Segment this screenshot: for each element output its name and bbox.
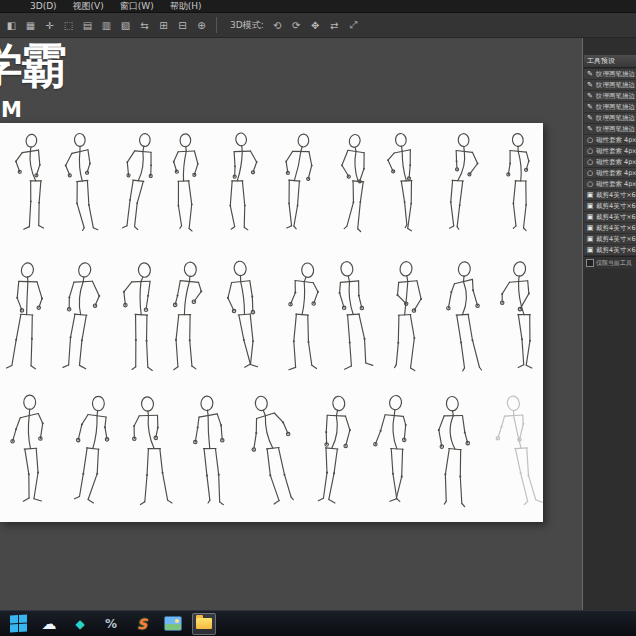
tool-preset-label: 纹理画笔描边 4 (596, 103, 636, 112)
tool-preset-item-brush[interactable]: ✎纹理画笔描边 5 (584, 113, 636, 123)
tool-preset-label: 裁剪4英寸×6英寸 (596, 224, 636, 233)
tool-preset-item-brush[interactable]: ✎纹理画笔描边 1 (584, 69, 636, 79)
tool-preset-label: 裁剪4英寸×6英寸 (596, 246, 636, 255)
workspace: 工具预设 ✎纹理画笔描边 1✎纹理画笔描边 2✎纹理画笔描边 3✎纹理画笔描边 … (0, 38, 636, 610)
lasso-icon: ○ (586, 147, 594, 155)
watermark-text-2: M (1, 98, 22, 122)
brush-icon: ✎ (586, 81, 594, 89)
photos-app-icon[interactable] (161, 613, 185, 635)
tool-presets-title[interactable]: 工具预设 (584, 55, 636, 68)
brush-icon: ✎ (586, 103, 594, 111)
tool-presets-panel: 工具预设 ✎纹理画笔描边 1✎纹理画笔描边 2✎纹理画笔描边 3✎纹理画笔描边 … (584, 55, 636, 269)
tool-preset-item-crop[interactable]: ▣裁剪4英寸×6英寸 (584, 201, 636, 211)
3d-mode-icon[interactable]: ⤢ (346, 18, 361, 33)
crop-icon: ▣ (586, 191, 594, 199)
s-letter-icon: S (137, 616, 147, 632)
tool-preset-label: 磁性套索 4px (596, 158, 636, 167)
toolbar-left-icons: ◧▦✛⬚▤▥▧⇆⊞⊟⊕ (4, 18, 209, 33)
tool-preset-label: 磁性套索 4px (596, 136, 636, 145)
tool-preset-label: 纹理画笔描边 2 (596, 81, 636, 90)
tool-preset-item-lasso[interactable]: ○磁性套索 4px (584, 179, 636, 189)
menu-item-view[interactable]: 视图(V) (73, 0, 104, 13)
crop-icon: ▣ (586, 224, 594, 232)
toolbar-icon[interactable]: ⊞ (156, 18, 171, 33)
toolbar-icon[interactable]: ◧ (4, 18, 19, 33)
sogou-icon[interactable]: S (130, 613, 154, 635)
tool-preset-label: 裁剪4英寸×6英寸 (596, 191, 636, 200)
tool-preset-item-crop[interactable]: ▣裁剪4英寸×6英寸 (584, 212, 636, 222)
toolbar-icon[interactable]: ▥ (99, 18, 114, 33)
tool-preset-label: 磁性套索 4px (596, 147, 636, 156)
diamond-app-icon[interactable]: ◆ (68, 613, 92, 635)
crop-icon: ▣ (586, 202, 594, 210)
toolbar-icon[interactable]: ▤ (80, 18, 95, 33)
percent-icon: % (105, 617, 117, 631)
brush-icon: ✎ (586, 125, 594, 133)
brush-icon: ✎ (586, 70, 594, 78)
options-bar: ◧▦✛⬚▤▥▧⇆⊞⊟⊕ 3D模式: ⟲⟳✥⇄⤢ (0, 13, 636, 38)
tool-preset-item-crop[interactable]: ▣裁剪4英寸×6英寸 (584, 223, 636, 233)
diamond-icon: ◆ (75, 617, 84, 631)
lasso-icon: ○ (586, 136, 594, 144)
tool-preset-item-brush[interactable]: ✎纹理画笔描边 4 (584, 102, 636, 112)
3d-mode-icon[interactable]: ⟳ (289, 18, 304, 33)
toolbar-icon[interactable]: ⊕ (194, 18, 209, 33)
tool-preset-label: 磁性套索 4px (596, 180, 636, 189)
tool-preset-label: 裁剪4英寸×6英寸 (596, 235, 636, 244)
current-tool-only-label: 仅限当前工具 (596, 259, 632, 268)
menu-item-window[interactable]: 窗口(W) (120, 0, 154, 13)
tool-preset-item-crop[interactable]: ▣裁剪4英寸×6英寸 (584, 190, 636, 200)
lasso-icon: ○ (586, 180, 594, 188)
tool-preset-label: 纹理画笔描边 1 (596, 70, 636, 79)
folder-icon (196, 618, 212, 629)
document-canvas[interactable] (0, 123, 543, 522)
toolbar-icon[interactable]: ⬚ (61, 18, 76, 33)
tool-preset-item-lasso[interactable]: ○磁性套索 4px (584, 146, 636, 156)
crop-icon: ▣ (586, 213, 594, 221)
3d-mode-icon[interactable]: ✥ (308, 18, 323, 33)
toolbar-icon[interactable]: ▧ (118, 18, 133, 33)
tool-preset-item-lasso[interactable]: ○磁性套索 4px (584, 168, 636, 178)
watermark-text: 学霸 (0, 42, 64, 89)
toolbar-icon[interactable]: ▦ (23, 18, 38, 33)
toolbar-icon[interactable]: ⇆ (137, 18, 152, 33)
3d-mode-label: 3D模式: (230, 19, 264, 32)
toolbar-separator (216, 17, 217, 33)
tool-preset-item-brush[interactable]: ✎纹理画笔描边 2 (584, 80, 636, 90)
tool-preset-item-brush[interactable]: ✎纹理画笔描边 3 (584, 91, 636, 101)
tool-preset-label: 纹理画笔描边 5 (596, 114, 636, 123)
explorer-icon[interactable] (192, 613, 216, 635)
tool-presets-list: ✎纹理画笔描边 1✎纹理画笔描边 2✎纹理画笔描边 3✎纹理画笔描边 4✎纹理画… (584, 69, 636, 255)
toolbar-icon[interactable]: ⊟ (175, 18, 190, 33)
3d-mode-icon[interactable]: ⟲ (270, 18, 285, 33)
photo-icon (164, 616, 182, 631)
3d-mode-icon[interactable]: ⇄ (327, 18, 342, 33)
start-button[interactable] (6, 613, 30, 635)
tool-preset-item-lasso[interactable]: ○磁性套索 4px (584, 135, 636, 145)
tool-preset-label: 裁剪4英寸×6英寸 (596, 202, 636, 211)
percent-app-icon[interactable]: % (99, 613, 123, 635)
tool-preset-item-crop[interactable]: ▣裁剪4英寸×6英寸 (584, 234, 636, 244)
brush-icon: ✎ (586, 114, 594, 122)
crop-icon: ▣ (586, 235, 594, 243)
onedrive-icon[interactable]: ☁ (37, 613, 61, 635)
tool-preset-item-brush[interactable]: ✎纹理画笔描边 6 (584, 124, 636, 134)
tool-preset-label: 磁性套索 4px (596, 169, 636, 178)
tool-preset-label: 纹理画笔描边 3 (596, 92, 636, 101)
current-tool-only-checkbox[interactable] (586, 259, 594, 267)
gesture-figures-drawing (0, 123, 543, 522)
menu-bar: 3D(D) 视图(V) 窗口(W) 帮助(H) (0, 0, 636, 13)
tool-preset-item-crop[interactable]: ▣裁剪4英寸×6英寸 (584, 245, 636, 255)
lasso-icon: ○ (586, 169, 594, 177)
cloud-icon: ☁ (42, 615, 57, 633)
windows-logo-icon (10, 614, 27, 632)
right-panel-dock: 工具预设 ✎纹理画笔描边 1✎纹理画笔描边 2✎纹理画笔描边 3✎纹理画笔描边 … (582, 38, 636, 610)
taskbar: ☁ ◆ % S (0, 610, 636, 636)
crop-icon: ▣ (586, 246, 594, 254)
tool-preset-item-lasso[interactable]: ○磁性套索 4px (584, 157, 636, 167)
lasso-icon: ○ (586, 158, 594, 166)
tool-presets-footer: 仅限当前工具 (584, 256, 636, 269)
toolbar-icon[interactable]: ✛ (42, 18, 57, 33)
menu-item-help[interactable]: 帮助(H) (170, 0, 202, 13)
menu-item-3d[interactable]: 3D(D) (30, 1, 57, 11)
